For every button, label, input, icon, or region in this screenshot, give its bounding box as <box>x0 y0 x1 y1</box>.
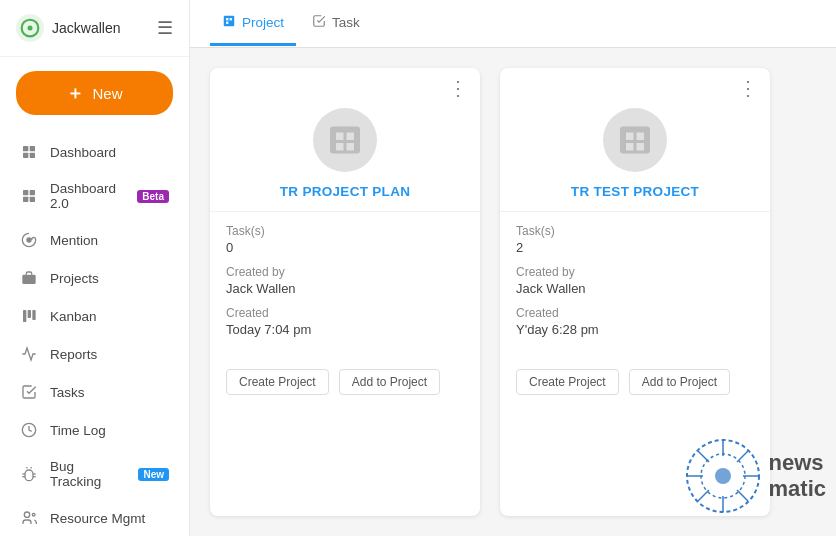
sidebar-item-label-projects: Projects <box>50 271 169 286</box>
tab-project-label: Project <box>242 15 284 30</box>
create-project-btn-2[interactable]: Create Project <box>516 369 619 395</box>
kanban-icon <box>20 307 38 325</box>
mention-icon <box>20 231 38 249</box>
sidebar: Jackwallen ☰ ＋ New Dashboard Dashboard 2… <box>0 0 190 536</box>
svg-rect-3 <box>30 146 35 151</box>
svg-rect-6 <box>23 190 28 195</box>
new-button-label: New <box>92 85 122 102</box>
dashboard2-icon <box>20 187 38 205</box>
card-menu-icon-1[interactable]: ⋮ <box>448 78 468 98</box>
project-tab-icon <box>222 14 236 31</box>
sidebar-item-kanban[interactable]: Kanban <box>4 298 185 334</box>
card-body-2: Task(s) 2 Created by Jack Wallen Created… <box>500 212 770 359</box>
sidebar-item-label-tasks: Tasks <box>50 385 169 400</box>
svg-rect-29 <box>637 133 645 141</box>
bugtracking-icon <box>20 465 38 483</box>
svg-rect-20 <box>230 18 232 20</box>
card-project-icon-1 <box>313 108 377 172</box>
svg-rect-28 <box>626 133 634 141</box>
app-logo <box>16 14 44 42</box>
sidebar-item-label-timelog: Time Log <box>50 423 169 438</box>
projects-icon <box>20 269 38 287</box>
svg-rect-2 <box>23 146 28 151</box>
tasks-label-1: Task(s) <box>226 224 464 238</box>
svg-rect-21 <box>226 22 228 24</box>
sidebar-item-label-dashboard: Dashboard <box>50 145 169 160</box>
main-tabs: Project Task <box>190 0 836 48</box>
sidebar-item-projects[interactable]: Projects <box>4 260 185 296</box>
sidebar-item-bugtracking[interactable]: Bug Tracking New <box>4 450 185 498</box>
hamburger-icon[interactable]: ☰ <box>157 17 173 39</box>
svg-point-1 <box>28 26 33 31</box>
svg-rect-25 <box>336 143 344 151</box>
card-icon-area-2 <box>500 98 770 180</box>
sidebar-item-label-reports: Reports <box>50 347 169 362</box>
card-title-2: TR TEST PROJECT <box>500 180 770 211</box>
tasks-icon <box>20 383 38 401</box>
created-time-2: Y'day 6:28 pm <box>516 322 754 337</box>
svg-rect-19 <box>226 18 228 20</box>
card-actions-1: Create Project Add to Project <box>210 359 480 409</box>
sidebar-item-reports[interactable]: Reports <box>4 336 185 372</box>
task-tab-icon <box>312 14 326 31</box>
card-header-1: ⋮ <box>210 68 480 98</box>
add-to-project-btn-1[interactable]: Add to Project <box>339 369 440 395</box>
svg-rect-13 <box>28 310 31 318</box>
sidebar-item-mention[interactable]: Mention <box>4 222 185 258</box>
reports-icon <box>20 345 38 363</box>
created-by-value-2: Jack Wallen <box>516 281 754 296</box>
tab-task[interactable]: Task <box>300 2 372 46</box>
svg-rect-30 <box>626 143 634 151</box>
sidebar-item-resource[interactable]: Resource Mgmt <box>4 500 185 536</box>
add-to-project-btn-2[interactable]: Add to Project <box>629 369 730 395</box>
card-icon-area-1 <box>210 98 480 180</box>
project-card-1: ⋮ TR PROJECT PLAN Task(s) 0 Created by J… <box>210 68 480 516</box>
card-actions-2: Create Project Add to Project <box>500 359 770 409</box>
username-label: Jackwallen <box>52 20 120 36</box>
card-title-1: TR PROJECT PLAN <box>210 180 480 211</box>
svg-point-10 <box>26 237 31 242</box>
svg-rect-4 <box>23 153 28 158</box>
svg-rect-5 <box>30 153 35 158</box>
dashboard-icon <box>20 143 38 161</box>
logo-area: Jackwallen <box>16 14 120 42</box>
sidebar-item-label-dashboard2: Dashboard 2.0 <box>50 181 125 211</box>
svg-rect-24 <box>347 133 355 141</box>
card-menu-icon-2[interactable]: ⋮ <box>738 78 758 98</box>
svg-rect-11 <box>22 275 35 284</box>
sidebar-item-dashboard[interactable]: Dashboard <box>4 134 185 170</box>
svg-rect-8 <box>23 197 28 202</box>
tab-task-label: Task <box>332 15 360 30</box>
svg-rect-7 <box>30 190 35 195</box>
created-label-1: Created <box>226 306 464 320</box>
created-by-value-1: Jack Wallen <box>226 281 464 296</box>
new-button[interactable]: ＋ New <box>16 71 173 115</box>
created-label-2: Created <box>516 306 754 320</box>
svg-rect-9 <box>30 197 35 202</box>
svg-point-17 <box>32 513 35 516</box>
sidebar-item-label-bugtracking: Bug Tracking <box>50 459 126 489</box>
sidebar-header: Jackwallen ☰ <box>0 0 189 57</box>
card-header-2: ⋮ <box>500 68 770 98</box>
create-project-btn-1[interactable]: Create Project <box>226 369 329 395</box>
resource-icon <box>20 509 38 527</box>
svg-rect-12 <box>23 310 26 322</box>
plus-icon: ＋ <box>66 81 84 105</box>
sidebar-item-tasks[interactable]: Tasks <box>4 374 185 410</box>
svg-rect-22 <box>330 127 360 154</box>
tab-project[interactable]: Project <box>210 2 296 46</box>
sidebar-item-label-kanban: Kanban <box>50 309 169 324</box>
project-card-2: ⋮ TR TEST PROJECT Task(s) 2 Created by J… <box>500 68 770 516</box>
projects-grid: ⋮ TR PROJECT PLAN Task(s) 0 Created by J… <box>190 48 836 536</box>
sidebar-item-timelog[interactable]: Time Log <box>4 412 185 448</box>
svg-rect-23 <box>336 133 344 141</box>
beta-badge: Beta <box>137 190 169 203</box>
tasks-label-2: Task(s) <box>516 224 754 238</box>
main-content-area: Project Task ⋮ TR PROJECT PLAN Task(s) <box>190 0 836 536</box>
created-by-label-2: Created by <box>516 265 754 279</box>
svg-rect-18 <box>224 16 235 27</box>
created-by-label-1: Created by <box>226 265 464 279</box>
sidebar-item-dashboard2[interactable]: Dashboard 2.0 Beta <box>4 172 185 220</box>
svg-rect-14 <box>32 310 35 320</box>
sidebar-nav: Dashboard Dashboard 2.0 Beta Mention Pro… <box>0 129 189 536</box>
